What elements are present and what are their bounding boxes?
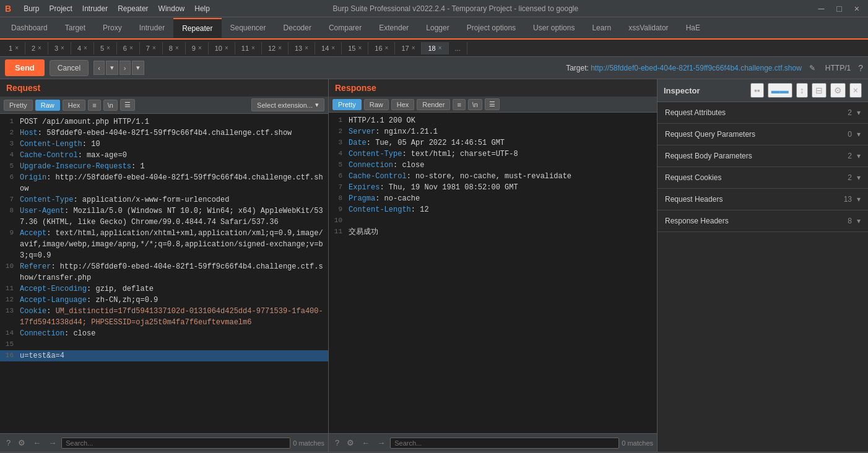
minimize-button[interactable]: ─ <box>814 2 828 15</box>
tab-proxy[interactable]: Proxy <box>94 19 131 37</box>
repeater-tab-12[interactable]: 12 × <box>262 42 289 54</box>
help-icon[interactable]: ? <box>858 63 863 73</box>
repeater-tab-11[interactable]: 11 × <box>235 42 262 54</box>
menu-help[interactable]: Help <box>189 2 215 15</box>
repeater-tab-17[interactable]: 17 × <box>395 42 422 54</box>
tab-target[interactable]: Target <box>56 19 94 37</box>
menu-intruder[interactable]: Intruder <box>77 2 113 15</box>
prev-arrow-button[interactable]: ‹ <box>93 61 105 75</box>
close-tab-9[interactable]: × <box>198 45 202 51</box>
close-tab-11[interactable]: × <box>251 45 255 51</box>
repeater-tab-7[interactable]: 7 × <box>140 42 163 54</box>
inspector-view2-icon[interactable]: ▬▬ <box>768 83 792 98</box>
tab-repeater[interactable]: Repeater <box>173 18 221 38</box>
request-list-icon[interactable]: ☰ <box>120 99 135 111</box>
close-tab-4[interactable]: × <box>84 45 87 51</box>
tab-decoder[interactable]: Decoder <box>275 19 320 37</box>
request-forward-icon[interactable]: → <box>46 437 59 449</box>
inspector-section-request-attributes-header[interactable]: Request Attributes 2 ▾ <box>658 102 868 123</box>
next-down-arrow-button[interactable]: ▾ <box>132 61 144 75</box>
inspector-section-response-headers-header[interactable]: Response Headers 8 ▾ <box>658 210 868 231</box>
response-forward-icon[interactable]: → <box>375 437 388 449</box>
select-extension-button[interactable]: Select extension... ▾ <box>251 98 324 111</box>
repeater-tab-3[interactable]: 3 × <box>48 42 71 54</box>
inspector-split-icon[interactable]: ⊟ <box>812 83 827 98</box>
repeater-tab-16[interactable]: 16 × <box>368 42 395 54</box>
close-button[interactable]: × <box>851 2 863 15</box>
repeater-tab-5[interactable]: 5 × <box>94 42 117 54</box>
repeater-tab-15[interactable]: 15 × <box>342 42 368 54</box>
request-format-icon[interactable]: ≡ <box>88 100 100 111</box>
request-back-icon[interactable]: ← <box>30 437 43 449</box>
response-hex-btn[interactable]: Hex <box>391 99 415 110</box>
tab-project-options[interactable]: Project options <box>458 19 524 37</box>
repeater-tab-1[interactable]: 1 × <box>2 42 25 54</box>
inspector-section-request-headers-header[interactable]: Request Headers 13 ▾ <box>658 189 868 210</box>
close-tab-8[interactable]: × <box>175 45 179 51</box>
tab-learn[interactable]: Learn <box>583 19 620 37</box>
close-tab-6[interactable]: × <box>129 45 133 51</box>
request-code-area[interactable]: 1 POST /api/amount.php HTTP/1.1 2 Host: … <box>0 114 328 433</box>
response-search-input[interactable] <box>390 438 619 449</box>
inspector-settings-icon[interactable]: ⚙ <box>830 83 846 98</box>
response-pretty-btn[interactable]: Pretty <box>332 99 362 110</box>
request-raw-btn[interactable]: Raw <box>35 100 60 111</box>
close-tab-1[interactable]: × <box>15 45 19 51</box>
send-button[interactable]: Send <box>5 59 45 76</box>
repeater-tab-6[interactable]: 6 × <box>117 42 140 54</box>
inspector-close-icon[interactable]: × <box>849 83 862 98</box>
inspector-section-query-params-header[interactable]: Request Query Parameters 0 ▾ <box>658 124 868 145</box>
request-hex-btn[interactable]: Hex <box>63 100 86 111</box>
request-newline-icon[interactable]: \n <box>103 100 118 111</box>
response-settings-icon[interactable]: ⚙ <box>344 437 357 449</box>
tab-dashboard[interactable]: Dashboard <box>2 19 56 37</box>
tab-hae[interactable]: HaE <box>677 19 709 37</box>
menu-repeater[interactable]: Repeater <box>113 2 153 15</box>
tab-xss-validator[interactable]: xssValidator <box>620 19 677 37</box>
repeater-tab-10[interactable]: 10 × <box>209 42 235 54</box>
repeater-tab-18[interactable]: 18 × <box>422 42 448 54</box>
close-tab-17[interactable]: × <box>412 45 415 51</box>
request-pretty-btn[interactable]: Pretty <box>4 100 33 111</box>
repeater-tab-14[interactable]: 14 × <box>315 42 342 54</box>
response-raw-btn[interactable]: Raw <box>364 99 389 110</box>
response-list-icon[interactable]: ☰ <box>485 98 500 110</box>
tab-logger[interactable]: Logger <box>417 19 458 37</box>
down-arrow-button[interactable]: ▾ <box>106 61 118 75</box>
repeater-tab-13[interactable]: 13 × <box>289 42 315 54</box>
close-tab-18[interactable]: × <box>438 45 442 51</box>
repeater-tab-9[interactable]: 9 × <box>186 42 209 54</box>
tab-user-options[interactable]: User options <box>524 19 583 37</box>
response-format-icon[interactable]: ≡ <box>453 99 465 110</box>
response-help-icon[interactable]: ? <box>332 437 342 449</box>
maximize-button[interactable]: □ <box>833 2 845 15</box>
response-render-btn[interactable]: Render <box>417 99 450 110</box>
tab-comparer[interactable]: Comparer <box>320 19 370 37</box>
response-back-icon[interactable]: ← <box>359 437 372 449</box>
request-help-icon[interactable]: ? <box>4 437 13 449</box>
close-tab-5[interactable]: × <box>106 45 110 51</box>
inspector-section-body-params-header[interactable]: Request Body Parameters 2 ▾ <box>658 145 868 166</box>
close-tab-15[interactable]: × <box>358 45 362 51</box>
cancel-button[interactable]: Cancel <box>50 60 89 76</box>
repeater-tab-more[interactable]: ... <box>449 42 467 54</box>
edit-target-icon[interactable]: ✎ <box>809 64 815 72</box>
request-search-input[interactable] <box>61 438 290 449</box>
menu-burp[interactable]: Burp <box>19 2 44 15</box>
repeater-tab-4[interactable]: 4 × <box>71 42 94 54</box>
inspector-view1-icon[interactable]: ▪▪ <box>750 83 764 98</box>
next-arrow-button[interactable]: › <box>119 61 131 75</box>
response-newline-icon[interactable]: \n <box>468 99 482 110</box>
tab-intruder[interactable]: Intruder <box>131 19 173 37</box>
close-tab-16[interactable]: × <box>385 45 389 51</box>
tab-sequencer[interactable]: Sequencer <box>222 19 275 37</box>
close-tab-12[interactable]: × <box>278 45 282 51</box>
close-tab-10[interactable]: × <box>225 45 228 51</box>
close-tab-13[interactable]: × <box>305 45 308 51</box>
menu-project[interactable]: Project <box>44 2 77 15</box>
inspector-sort-icon[interactable]: ↕ <box>796 83 808 98</box>
close-tab-2[interactable]: × <box>38 45 41 51</box>
repeater-tab-2[interactable]: 2 × <box>25 42 48 54</box>
repeater-tab-8[interactable]: 8 × <box>163 42 186 54</box>
close-tab-14[interactable]: × <box>331 45 335 51</box>
